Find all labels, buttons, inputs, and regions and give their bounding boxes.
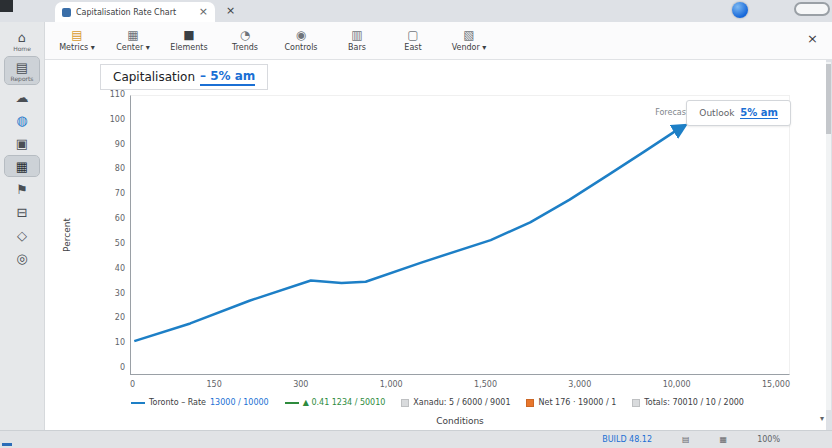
status-bar: BUILD 48.12 ▤▦100% — [0, 430, 832, 448]
tab-favicon-icon — [62, 8, 71, 17]
y-tick-label: 10 — [115, 339, 125, 347]
toolbar-button-label: Center ▾ — [116, 43, 149, 52]
toolbar-button-vendor[interactable]: ▧Vendor ▾ — [447, 27, 491, 54]
status-zoom-icon[interactable]: 100% — [757, 435, 780, 444]
legend-item-net[interactable]: Net 176 · 19000 / 1 — [526, 398, 616, 407]
sidebar-item-cloud[interactable]: ☁ — [5, 87, 39, 107]
x-tick-label: 150 — [206, 380, 221, 389]
scrollbar-thumb[interactable] — [826, 64, 831, 134]
toolbar-button-elements[interactable]: ■Elements — [167, 27, 211, 54]
metrics-icon: ▤ — [71, 29, 82, 41]
forecast-annotation: Forecast — [655, 108, 689, 117]
sidebar-item-image[interactable]: ▣ — [5, 133, 39, 153]
legend-marker-icon — [632, 399, 640, 407]
tray-icon: ⊟ — [17, 205, 28, 220]
globe-icon: ◍ — [16, 113, 27, 128]
sidebar-item-share[interactable]: ⚑ — [5, 179, 39, 199]
y-axis-label: Percent — [62, 205, 72, 265]
tab-bar-close-icon[interactable]: × — [226, 4, 235, 17]
image-icon: ▣ — [16, 136, 28, 151]
legend-marker-icon — [526, 399, 534, 407]
x-tick-label: 10,000 — [663, 380, 691, 389]
build-label: BUILD 48.12 — [602, 435, 652, 444]
location-icon: ◎ — [16, 251, 27, 266]
scrollbar-track[interactable] — [826, 62, 831, 410]
forecast-chip-label: Outlook — [699, 108, 734, 118]
legend-item-text: Toronto – Rate — [149, 398, 206, 407]
trends-icon: ◔ — [240, 29, 250, 41]
legend-item-text: ▲ 0.41 1234 / 50010 — [303, 398, 386, 407]
tab-title: Capitalisation Rate Chart — [76, 8, 194, 17]
sidebar-item-location[interactable]: ◎ — [5, 248, 39, 268]
toolbar-button-bars[interactable]: ▥Bars — [335, 27, 379, 54]
app-menu-icon[interactable] — [0, 0, 13, 12]
sidebar-item-reports[interactable]: ▤Reports — [5, 57, 39, 84]
legend-item-totals[interactable]: Totals: 70010 / 10 / 2000 — [632, 398, 744, 407]
y-tick-label: 90 — [115, 141, 125, 149]
forecast-chip[interactable]: Outlook 5% am — [686, 100, 791, 126]
y-tick-label: 100 — [110, 116, 125, 124]
legend-marker-icon — [285, 402, 299, 404]
share-icon: ⚑ — [16, 182, 28, 197]
toolbar-button-center[interactable]: ▦Center ▾ — [111, 27, 155, 54]
y-tick-label: 70 — [115, 190, 125, 198]
plot-area: Forecast Outlook 5% am — [130, 95, 790, 375]
forecast-chip-value: 5% am — [740, 107, 778, 119]
y-tick-label: 60 — [115, 215, 125, 223]
chart-title-text: Capitalisation — [113, 70, 195, 84]
x-tick-label: 15,000 — [762, 380, 790, 389]
x-axis-label: Conditions — [130, 416, 790, 426]
x-tick-label: 1,000 — [380, 380, 403, 389]
y-tick-label: 80 — [115, 165, 125, 173]
bars-icon: ▥ — [351, 29, 362, 41]
toolbar-button-trends[interactable]: ◔Trends — [223, 27, 267, 54]
chart-icon: ▦ — [16, 159, 28, 174]
chart-title-accent[interactable]: – 5% am — [200, 69, 255, 86]
tab-close-icon[interactable]: × — [199, 7, 208, 17]
chart-canvas: Capitalisation – 5% am Percent 110100908… — [45, 60, 826, 430]
toolbar-close-icon[interactable]: × — [807, 31, 818, 46]
toolbar-button-label: Trends — [232, 43, 258, 52]
tag-icon: ◇ — [17, 228, 27, 243]
scroll-down-icon[interactable]: ▾ — [815, 412, 829, 426]
controls-icon: ◉ — [296, 29, 306, 41]
sidebar-item-globe[interactable]: ◍ — [5, 110, 39, 130]
legend-item-text: Net 176 · 19000 / 1 — [538, 398, 616, 407]
y-tick-label: 20 — [115, 314, 125, 322]
y-tick-label: 0 — [120, 364, 125, 372]
sidebar-item-chart[interactable]: ▦ — [5, 156, 39, 176]
tab-bar: Capitalisation Rate Chart × × — [0, 0, 832, 22]
status-orb-icon[interactable] — [732, 2, 748, 18]
status-panel-icon[interactable]: ▤ — [682, 435, 690, 444]
browser-tab[interactable]: Capitalisation Rate Chart × — [55, 2, 215, 22]
toolbar-button-label: Controls — [284, 43, 317, 52]
legend-item-text: Xanadu: 5 / 6000 / 9001 — [413, 398, 510, 407]
toolbar-button-metrics[interactable]: ▤Metrics ▾ — [55, 27, 99, 54]
y-axis-ticks: 1101009080706050403020100 — [89, 91, 125, 372]
elements-icon: ■ — [183, 29, 194, 41]
legend-item-value: 13000 / 10000 — [210, 398, 269, 407]
x-tick-label: 1,500 — [474, 380, 497, 389]
y-tick-label: 40 — [115, 265, 125, 273]
sidebar-item-tray[interactable]: ⊟ — [5, 202, 39, 222]
sidebar-item-home[interactable]: ⌂Home — [5, 27, 39, 54]
chart-legend: Toronto – Rate13000 / 10000▲ 0.41 1234 /… — [85, 398, 790, 407]
toolbar-button-label: Metrics ▾ — [59, 43, 95, 52]
y-tick-label: 50 — [115, 240, 125, 248]
toolbar-items: ▤Metrics ▾▦Center ▾■Elements◔Trends◉Cont… — [55, 27, 491, 54]
legend-item-xanadu[interactable]: Xanadu: 5 / 6000 / 9001 — [401, 398, 510, 407]
toolbar-button-label: East — [404, 43, 421, 52]
legend-item-delta[interactable]: ▲ 0.41 1234 / 50010 — [285, 398, 386, 407]
legend-item-series-toronto[interactable]: Toronto – Rate13000 / 10000 — [131, 398, 269, 407]
x-tick-label: 0 — [130, 380, 135, 389]
toolbar-button-controls[interactable]: ◉Controls — [279, 27, 323, 54]
line-series — [131, 96, 789, 374]
window-controls[interactable] — [794, 2, 830, 16]
legend-marker-icon — [131, 402, 145, 404]
toolbar-button-east[interactable]: ▢East — [391, 27, 435, 54]
status-grid-icon[interactable]: ▦ — [720, 435, 728, 444]
toolbar-button-label: Bars — [348, 43, 366, 52]
toolbar-button-label: Vendor ▾ — [452, 43, 487, 52]
center-icon: ▦ — [127, 29, 138, 41]
sidebar-item-tag[interactable]: ◇ — [5, 225, 39, 245]
